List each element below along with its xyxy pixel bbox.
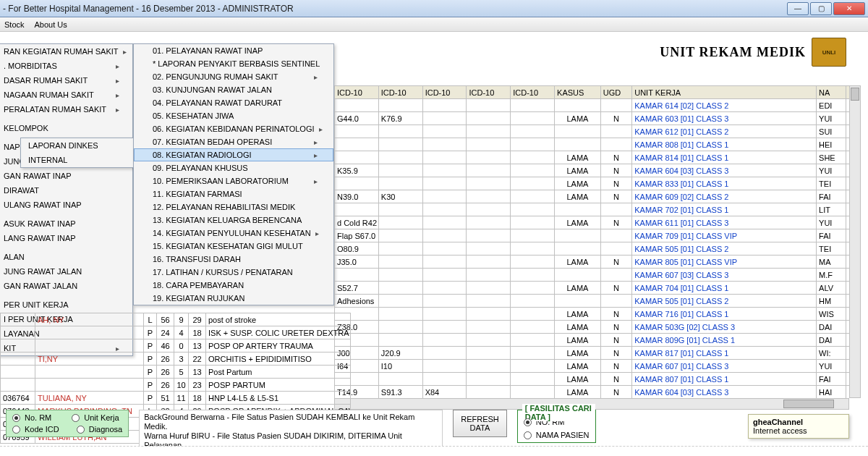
menu1-item-19[interactable]: GAN RAWAT JALAN bbox=[0, 279, 132, 293]
menu2-item-19[interactable]: 19. KEGIATAN RUJUKAN bbox=[134, 292, 333, 305]
window-maximize-button[interactable]: ▢ bbox=[810, 2, 832, 15]
column-header[interactable]: ICD-10 bbox=[378, 86, 422, 99]
menu2-item-4[interactable]: 04. PELAYANAN RAWAT DARURAT bbox=[134, 96, 333, 109]
table-row[interactable]: S52.7LAMANKAMAR 704 [01] CLASS 1ALV bbox=[335, 282, 861, 295]
menu2-item-7[interactable]: 07. KEGIATAN BEDAH OPERASI bbox=[134, 135, 333, 148]
menu2-item-2[interactable]: 02. PENGUNJUNG RUMAH SAKIT bbox=[134, 70, 333, 83]
menu2-item-18[interactable]: 18. CARA PEMBAYARAN bbox=[134, 279, 333, 292]
menu2-item-15[interactable]: 15. KEGIATAN KESEHATAN GIGI MULUT bbox=[134, 240, 333, 253]
label-diagnosa: Diagnosa bbox=[89, 425, 122, 434]
table-row[interactable]: T14.9S91.3X84LAMANKAMAR 604 [03] CLASS 3… bbox=[335, 386, 861, 399]
table-row[interactable]: P24418ISK + SUSP. COLIC URETER DEXTRA bbox=[1, 326, 351, 339]
menu1-item-12[interactable]: ULANG RAWAT INAP bbox=[0, 198, 132, 212]
window-close-button[interactable]: ✕ bbox=[833, 2, 865, 15]
table-row[interactable]: Z38.0LAMANKAMAR 503G [02] CLASS 3DAI bbox=[335, 321, 861, 334]
table-row[interactable]: KAMAR 702 [01] CLASS 1LIT bbox=[335, 203, 861, 216]
column-header[interactable]: ICD-10 bbox=[467, 86, 511, 99]
radio-diagnosa[interactable] bbox=[77, 426, 85, 434]
menu2-item-0[interactable]: 01. PELAYANAN RAWAT INAP bbox=[134, 44, 333, 57]
menu-item-internal[interactable]: INTERNAL bbox=[21, 153, 134, 167]
table-row[interactable]: KAMAR 607 [03] CLASS 3M.F bbox=[335, 269, 861, 282]
label-unit-kerja: Unit Kerja bbox=[84, 413, 119, 422]
menu-item-laporan-dinkes[interactable]: LAPORAN DINKES bbox=[21, 138, 134, 153]
menu1-item-14[interactable]: ASUK RAWAT INAP bbox=[0, 216, 132, 231]
table-row[interactable]: KAMAR 614 [02] CLASS 2EDI bbox=[335, 99, 861, 112]
page-header: UNIT REKAM MEDIK UNLI bbox=[660, 38, 846, 67]
menu2-item-3[interactable]: 03. KUNJUNGAN RAWAT JALAN bbox=[134, 83, 333, 96]
table-row[interactable]: K35.9LAMANKAMAR 604 [03] CLASS 3YUI bbox=[335, 164, 861, 177]
menu2-item-14[interactable]: 14. KEGIATAN PENYULUHAN KESEHATAN bbox=[134, 227, 333, 240]
radio-fas-nama[interactable] bbox=[524, 431, 532, 439]
menu-about[interactable]: About Us bbox=[35, 20, 67, 29]
menu1-item-17[interactable]: ALAN bbox=[0, 250, 132, 264]
menu1-item-3[interactable]: NAGAAN RUMAH SAKIT bbox=[0, 88, 132, 102]
menu1-item-2[interactable]: DASAR RUMAH SAKIT bbox=[0, 73, 132, 88]
menu1-item-11[interactable]: DIRAWAT bbox=[0, 183, 132, 198]
data-grid[interactable]: ICD-10ICD-10ICD-10ICD-10ICD-10KASUSUGDUN… bbox=[334, 85, 861, 398]
menu2-item-16[interactable]: 16. TRANSFUSI DARAH bbox=[134, 253, 333, 266]
column-header[interactable]: ICD-10 bbox=[335, 86, 379, 99]
radio-unit-kerja[interactable] bbox=[72, 414, 80, 422]
menu2-item-9[interactable]: 09. PELAYANAN KHUSUS bbox=[134, 161, 333, 174]
table-row[interactable]: TI,NYP26322ORCHITIS + EPIDIDIMITISO bbox=[1, 352, 351, 366]
fasilitas-title: [ FASILITAS CARI DATA ] bbox=[522, 404, 595, 421]
table-row[interactable]: LAMANKAMAR 814 [01] CLASS 1SHE bbox=[335, 151, 861, 164]
menu2-item-5[interactable]: 05. KESEHATAN JIWA bbox=[134, 109, 333, 122]
table-row[interactable]: O80.9KAMAR 505 [01] CLASS 2TEI bbox=[335, 242, 861, 256]
menu2-item-10[interactable]: 10. PEMERIKSAAN LABORATORIUM bbox=[134, 174, 333, 187]
search-panel: No. RM Unit Kerja Kode ICD Diagnosa bbox=[6, 410, 129, 437]
table-row[interactable]: LAMANKAMAR 833 [01] CLASS 1TEI bbox=[335, 177, 861, 190]
table-row[interactable]: P46013POSP OP ARTERY TRAUMA bbox=[1, 339, 351, 352]
fasilitas-cari-data: [ FASILITAS CARI DATA ] NO. RM NAMA PASI… bbox=[517, 410, 596, 443]
menu2-item-12[interactable]: 12. PELAYANAN REHABILITASI MEDIK bbox=[134, 200, 333, 214]
table-row[interactable]: d Cold R42LAMANKAMAR 611 [01] CLASS 3YUI bbox=[335, 216, 861, 229]
menu-stock[interactable]: Stock bbox=[4, 20, 25, 29]
context-menu-sub-small: LAPORAN DINKES INTERNAL bbox=[20, 138, 135, 168]
menu1-item-4[interactable]: PERALATAN RUMAH SAKIT bbox=[0, 102, 132, 117]
menu2-item-13[interactable]: 13. KEGIATAN KELUARGA BERENCANA bbox=[134, 214, 333, 227]
table-row[interactable]: Flap S67.0KAMAR 709 [01] CLASS VIPFAI bbox=[335, 229, 861, 242]
menu1-item-6[interactable]: KELOMPOK bbox=[0, 121, 132, 135]
network-tooltip: gheaChannel Internet access bbox=[748, 414, 849, 439]
table-row[interactable]: AH, NYL56929post of stroke bbox=[1, 313, 351, 326]
bottom-panel: No. RM Unit Kerja Kode ICD Diagnosa Back… bbox=[0, 410, 868, 446]
table-row[interactable]: P26513Post Partum bbox=[1, 366, 351, 379]
table-row[interactable]: I64I10LAMANKAMAR 607 [01] CLASS 3YUI bbox=[335, 360, 861, 373]
table-row[interactable]: J00J20.9LAMANKAMAR 817 [01] CLASS 1WI: bbox=[335, 347, 861, 360]
table-row[interactable]: P261023POSP PARTUM bbox=[1, 379, 351, 392]
table-row[interactable]: LAMANKAMAR 716 [01] CLASS 1WIS bbox=[335, 308, 861, 321]
radio-kode-icd[interactable] bbox=[12, 426, 20, 434]
menu1-item-18[interactable]: JUNG RAWAT JALAN bbox=[0, 264, 132, 279]
table-row[interactable]: 036764TULIANA, NYP511118HNP L4-L5 & L5-S… bbox=[1, 392, 351, 405]
menu2-item-11[interactable]: 11. KEGIATAN FARMASI bbox=[134, 187, 333, 200]
menu2-item-8[interactable]: 08. KEGIATAN RADIOLOGI bbox=[134, 148, 333, 161]
table-row[interactable]: N39.0K30LAMANKAMAR 609 [02] CLASS 2FAI bbox=[335, 190, 861, 203]
refresh-button[interactable]: REFRESH DATA bbox=[453, 410, 507, 437]
menu1-item-21[interactable]: PER UNIT KERJA bbox=[0, 297, 132, 312]
column-header[interactable]: ICD-10 bbox=[422, 86, 467, 99]
table-row[interactable]: Adhesions KAMAR 505 [01] CLASS 2HM bbox=[335, 295, 861, 308]
table-row[interactable]: J35.0LAMANKAMAR 805 [01] CLASS VIPMA bbox=[335, 256, 861, 269]
radio-no-rm[interactable] bbox=[12, 414, 20, 422]
menu1-item-1[interactable]: . MORBIDITAS bbox=[0, 59, 132, 73]
column-header[interactable]: KASUS bbox=[555, 86, 601, 99]
radio-fas-no-rm[interactable] bbox=[524, 418, 532, 426]
column-header[interactable]: UGD bbox=[600, 86, 631, 99]
column-header[interactable]: NA bbox=[817, 86, 846, 99]
menu1-item-0[interactable]: RAN KEGIATAN RUMAH SAKIT bbox=[0, 44, 132, 59]
table-row[interactable]: KAMAR 612 [01] CLASS 2SUI bbox=[335, 125, 861, 138]
column-header[interactable]: ICD-10 bbox=[511, 86, 555, 99]
menu2-item-6[interactable]: 06. KEGIATAN KEBIDANAN PERINATOLOGI bbox=[134, 122, 333, 135]
window-minimize-button[interactable]: — bbox=[787, 2, 809, 15]
menu2-item-17[interactable]: 17. LATIHAN / KURSUS / PENATARAN bbox=[134, 266, 333, 279]
vertical-scrollbar[interactable] bbox=[849, 85, 861, 398]
menu1-item-10[interactable]: GAN RAWAT INAP bbox=[0, 169, 132, 183]
table-row[interactable]: G44.0K76.9LAMANKAMAR 603 [01] CLASS 3YUI bbox=[335, 112, 861, 125]
table-row[interactable]: KAMAR 808 [01] CLASS 1HEI bbox=[335, 138, 861, 151]
network-name: gheaChannel bbox=[753, 418, 844, 426]
menu1-item-15[interactable]: LANG RAWAT INAP bbox=[0, 231, 132, 245]
table-row[interactable]: LAMANKAMAR 807 [01] CLASS 1FAI bbox=[335, 373, 861, 386]
table-row[interactable]: LAMANKAMAR 809G [01] CLASS 1DAI bbox=[335, 334, 861, 347]
column-header[interactable]: UNIT KERJA bbox=[632, 86, 817, 99]
menu2-item-1[interactable]: * LAPORAN PENYAKIT BERBASIS SENTINEL bbox=[134, 57, 333, 70]
